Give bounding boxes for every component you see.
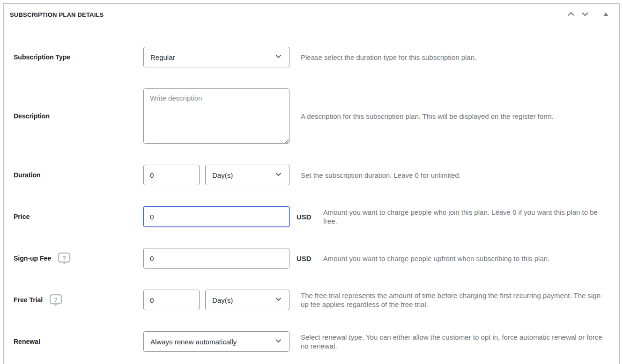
chevron-down-icon (580, 9, 590, 21)
description-label: Description (14, 112, 50, 120)
renewal-selected-value: Always renew automatically (150, 338, 237, 346)
signup-fee-input[interactable] (143, 248, 289, 269)
subscription-type-select[interactable]: Regular (143, 47, 289, 67)
chevron-down-icon (274, 295, 282, 305)
price-input[interactable] (143, 206, 289, 227)
renewal-help-text: Select renewal type. You can either allo… (301, 333, 619, 350)
svg-text:?: ? (62, 254, 66, 261)
chevron-down-icon (274, 52, 282, 62)
form-row-subscription-type: Subscription Type Regular Please select … (4, 47, 619, 67)
svg-text:?: ? (54, 296, 58, 303)
free-trial-unit-selected-value: Day(s) (212, 296, 233, 304)
duration-unit-selected-value: Day(s) (212, 171, 233, 179)
metabox-body: Subscription Type Regular Please select … (4, 26, 619, 352)
subscription-type-label: Subscription Type (14, 53, 70, 61)
signup-fee-help-text: Amount you want to charge people upfront… (323, 254, 619, 263)
subscription-plan-details-metabox: SUBSCRIPTION PLAN DETAILS Su (3, 3, 620, 364)
signup-fee-currency-label: USD (297, 255, 312, 262)
subscription-type-selected-value: Regular (150, 53, 175, 61)
price-help-text: Amount you want to charge people who joi… (323, 208, 619, 226)
form-row-free-trial: Free Trial ? Day(s) The (4, 290, 619, 310)
price-label: Price (14, 213, 30, 220)
form-row-signup-fee: Sign-up Fee ? USD Amount you want to cha… (4, 248, 619, 269)
free-trial-label: Free Trial (14, 296, 43, 304)
chevron-down-icon (274, 337, 282, 346)
free-trial-value-input[interactable] (143, 290, 200, 310)
duration-label: Duration (14, 171, 41, 179)
duration-value-input[interactable] (143, 165, 200, 185)
description-help-text: A description for this subscription plan… (301, 112, 619, 121)
signup-fee-label: Sign-up Fee (14, 255, 51, 262)
description-textarea[interactable] (143, 88, 289, 144)
subscription-type-help-text: Please select the duration type for this… (301, 53, 619, 62)
signup-fee-help-icon[interactable]: ? (58, 252, 71, 265)
form-row-price: Price USD Amount you want to charge peop… (4, 206, 619, 227)
metabox-title: SUBSCRIPTION PLAN DETAILS (10, 11, 104, 18)
metabox-header: SUBSCRIPTION PLAN DETAILS (4, 4, 619, 26)
form-row-renewal: Renewal Always renew automatically Selec… (4, 331, 619, 352)
move-down-button[interactable] (578, 8, 592, 22)
renewal-label: Renewal (14, 338, 40, 345)
form-row-duration: Duration Day(s) Set the subscription dur… (4, 165, 619, 185)
free-trial-unit-select[interactable]: Day(s) (205, 290, 289, 310)
form-row-description: Description A description for this subsc… (4, 88, 619, 144)
duration-unit-select[interactable]: Day(s) (205, 165, 289, 185)
move-up-button[interactable] (564, 8, 578, 22)
price-currency-label: USD (297, 213, 312, 221)
chevron-down-icon (274, 170, 282, 180)
metabox-header-controls (564, 8, 614, 22)
triangle-up-icon (602, 11, 609, 19)
renewal-select[interactable]: Always renew automatically (143, 331, 289, 352)
collapse-toggle-button[interactable] (599, 8, 613, 22)
free-trial-help-text: The free trial represents the amount of … (301, 291, 619, 309)
chevron-up-icon (566, 9, 576, 21)
duration-help-text: Set the subscription duration. Leave 0 f… (301, 171, 619, 180)
free-trial-help-icon[interactable]: ? (49, 294, 62, 306)
